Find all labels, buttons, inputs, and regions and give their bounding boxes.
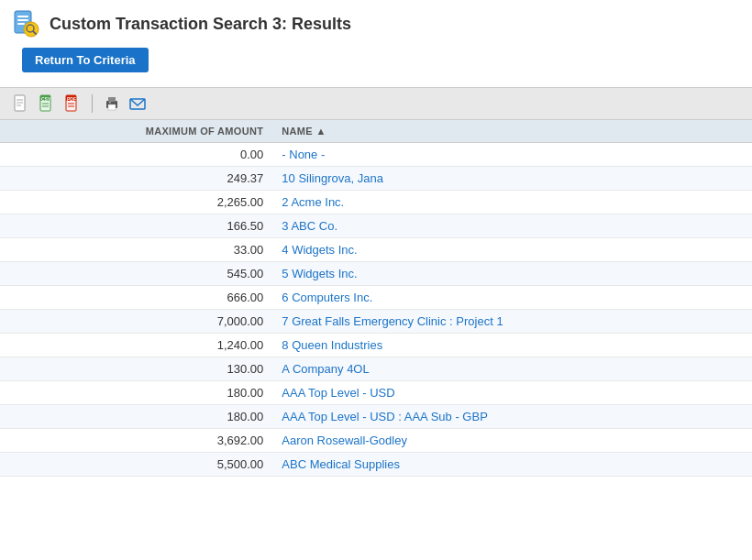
svg-rect-22: [108, 97, 116, 102]
cell-amount: 5,500.00: [0, 453, 272, 477]
cell-amount: 249.37: [0, 167, 272, 191]
table-row: 1,240.008 Queen Industries: [0, 334, 752, 357]
cell-amount: 130.00: [0, 357, 272, 381]
table-row: 33.004 Widgets Inc.: [0, 238, 752, 262]
name-link[interactable]: ABC Medical Supplies: [282, 457, 400, 471]
sort-asc-icon: ▲: [313, 126, 326, 137]
name-link[interactable]: 2 Acme Inc.: [282, 195, 344, 209]
table-row: 166.503 ABC Co.: [0, 214, 752, 238]
cell-name: - None -: [272, 143, 752, 167]
page-header: Custom Transaction Search 3: Results: [0, 0, 752, 44]
cell-amount: 180.00: [0, 381, 272, 405]
cell-amount: 180.00: [0, 405, 272, 429]
table-row: 3,692.00Aaron Rosewall-Godley: [0, 429, 752, 453]
print-icon[interactable]: [102, 93, 122, 114]
cell-amount: 2,265.00: [0, 191, 272, 214]
cell-amount: 0.00: [0, 143, 272, 167]
cell-name: 7 Great Falls Emergency Clinic : Project…: [272, 310, 752, 334]
results-table: MAXIMUM OF AMOUNT NAME ▲ 0.00- None -249…: [0, 120, 752, 477]
name-link[interactable]: - None -: [282, 148, 325, 161]
table-row: 666.006 Computers Inc.: [0, 286, 752, 310]
return-to-criteria-button[interactable]: Return To Criteria: [22, 48, 149, 72]
cell-amount: 1,240.00: [0, 334, 272, 357]
cell-amount: 666.00: [0, 286, 272, 310]
table-row: 7,000.007 Great Falls Emergency Clinic :…: [0, 310, 752, 334]
cell-name: 6 Computers Inc.: [272, 286, 752, 310]
cell-amount: 545.00: [0, 262, 272, 286]
svg-rect-24: [109, 102, 111, 104]
svg-rect-23: [108, 104, 116, 110]
toolbar: CSV PDF: [0, 87, 752, 120]
name-link[interactable]: 5 Widgets Inc.: [282, 267, 357, 280]
table-row: 180.00AAA Top Level - USD : AAA Sub - GB…: [0, 405, 752, 429]
table-row: 180.00AAA Top Level - USD: [0, 381, 752, 405]
export-pdf-icon[interactable]: PDF: [62, 93, 83, 114]
name-link[interactable]: 3 ABC Co.: [282, 219, 337, 233]
cell-name: A Company 4OL: [272, 357, 752, 381]
table-header-row: MAXIMUM OF AMOUNT NAME ▲: [0, 120, 752, 143]
name-link[interactable]: 10 Silingrova, Jana: [282, 171, 383, 185]
column-header-amount[interactable]: MAXIMUM OF AMOUNT: [0, 120, 272, 143]
toolbar-divider: [92, 94, 93, 113]
svg-text:PDF: PDF: [67, 96, 76, 102]
svg-rect-2: [17, 19, 28, 21]
export-csv-icon[interactable]: CSV: [37, 93, 57, 114]
page-icon: [11, 9, 40, 38]
cell-name: 10 Silingrova, Jana: [272, 167, 752, 191]
email-icon[interactable]: [127, 93, 148, 114]
cell-amount: 7,000.00: [0, 310, 272, 334]
column-header-name[interactable]: NAME ▲: [272, 120, 752, 143]
svg-rect-3: [17, 23, 25, 25]
name-link[interactable]: 4 Widgets Inc.: [282, 243, 357, 257]
cell-amount: 166.50: [0, 214, 272, 238]
name-link[interactable]: 8 Queen Industries: [282, 338, 382, 352]
table-row: 545.005 Widgets Inc.: [0, 262, 752, 286]
table-row: 130.00A Company 4OL: [0, 357, 752, 381]
cell-name: 5 Widgets Inc.: [272, 262, 752, 286]
cell-name: 3 ABC Co.: [272, 214, 752, 238]
table-row: 2,265.002 Acme Inc.: [0, 191, 752, 214]
cell-name: 4 Widgets Inc.: [272, 238, 752, 262]
svg-rect-1: [17, 16, 28, 17]
cell-amount: 3,692.00: [0, 429, 272, 453]
cell-name: ABC Medical Supplies: [272, 453, 752, 477]
cell-name: AAA Top Level - USD: [272, 381, 752, 405]
page-title: Custom Transaction Search 3: Results: [50, 15, 351, 34]
cell-name: 8 Queen Industries: [272, 334, 752, 357]
cell-name: AAA Top Level - USD : AAA Sub - GBP: [272, 405, 752, 429]
name-link[interactable]: A Company 4OL: [282, 362, 369, 376]
table-row: 5,500.00ABC Medical Supplies: [0, 453, 752, 477]
cell-name: Aaron Rosewall-Godley: [272, 429, 752, 453]
export-doc-icon[interactable]: [11, 93, 31, 114]
cell-name: 2 Acme Inc.: [272, 191, 752, 214]
name-link[interactable]: AAA Top Level - USD: [282, 386, 394, 400]
cell-amount: 33.00: [0, 238, 272, 262]
name-link[interactable]: 7 Great Falls Emergency Clinic : Project…: [282, 314, 503, 328]
name-link[interactable]: AAA Top Level - USD : AAA Sub - GBP: [282, 410, 488, 423]
name-link[interactable]: Aaron Rosewall-Godley: [282, 434, 407, 447]
svg-text:CSV: CSV: [41, 96, 51, 102]
name-link[interactable]: 6 Computers Inc.: [282, 291, 372, 304]
table-row: 249.3710 Silingrova, Jana: [0, 167, 752, 191]
table-row: 0.00- None -: [0, 143, 752, 167]
